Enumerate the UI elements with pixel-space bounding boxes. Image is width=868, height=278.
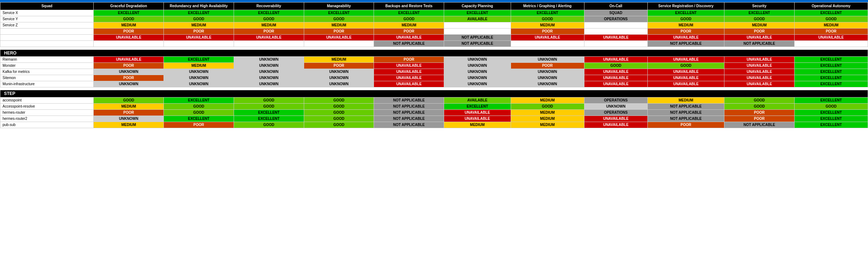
status-cell: GOOD [724, 16, 795, 22]
status-cell: UNAVAILABLE [647, 81, 724, 87]
status-cell: MEDIUM [94, 103, 164, 109]
status-cell: UNAVAILABLE [724, 69, 795, 75]
status-cell: MEDIUM [511, 122, 584, 128]
status-cell [511, 41, 584, 47]
status-cell: NOT APPLICABLE [724, 122, 795, 128]
status-cell: EXCELLENT [794, 57, 868, 63]
col-metrics: Metrics / Graphing / Alerting [511, 3, 584, 10]
squad-cell: Munin-infrastructure [0, 81, 94, 87]
status-cell: UNAVAILABLE [724, 57, 795, 63]
status-cell: UNKNOWN [234, 75, 304, 81]
status-cell: EXCELLENT [794, 97, 868, 103]
status-cell: UNKNOWN [444, 81, 511, 87]
status-cell: EXCELLENT [444, 10, 511, 16]
status-cell: POOR [164, 29, 234, 35]
status-cell: UNAVAILABLE [94, 35, 164, 41]
status-cell: UNKNOWN [234, 69, 304, 75]
status-cell: MEDIUM [304, 57, 374, 63]
status-cell: NOT APPLICABLE [374, 41, 444, 47]
status-cell: GOOD [647, 63, 724, 69]
squad-cell: pub-sub [0, 122, 94, 128]
status-cell: UNKNOWN [444, 69, 511, 75]
status-cell [234, 41, 304, 47]
status-cell: MEDIUM [511, 22, 584, 29]
squad-cell: Service Z [0, 22, 94, 29]
status-cell: UNAVAILABLE [724, 81, 795, 87]
status-cell: UNAVAILABLE [724, 63, 795, 69]
status-cell: EXCELLENT [164, 10, 234, 16]
status-cell: MEDIUM [794, 22, 868, 29]
squad-cell: hermes-router2 [0, 116, 94, 122]
status-cell: POOR [164, 122, 234, 128]
status-cell: GOOD [234, 16, 304, 22]
status-cell: GOOD [304, 16, 374, 22]
table-row: accesspointGOODEXCELLENTGOODGOODNOT APPL… [0, 97, 868, 103]
table-row: Munin-infrastructureUNKNOWNUNKNOWNUNKNOW… [0, 81, 868, 87]
status-cell: NOT APPLICABLE [647, 116, 724, 122]
status-cell: GOOD [794, 16, 868, 22]
squad-cell: Service X [0, 10, 94, 16]
squad-cell [0, 41, 94, 47]
status-cell: NOT APPLICABLE [647, 109, 724, 116]
status-cell: GOOD [94, 16, 164, 22]
status-cell: MEDIUM [234, 22, 304, 29]
status-cell: NOT APPLICABLE [374, 97, 444, 103]
table-row: UNAVAILABLEUNAVAILABLEUNAVAILABLEUNAVAIL… [0, 35, 868, 41]
status-cell: UNAVAILABLE [584, 69, 647, 75]
status-cell: POOR [511, 63, 584, 69]
status-cell: MEDIUM [94, 122, 164, 128]
status-cell: UNAVAILABLE [584, 116, 647, 122]
status-cell: EXCELLENT [724, 10, 795, 16]
status-cell: EXCELLENT [794, 109, 868, 116]
table-row: Accesspoint-resolveMEDIUMGOODGOODGOODNOT… [0, 103, 868, 109]
status-cell: OPERATIONS [584, 97, 647, 103]
status-cell: EXCELLENT [794, 122, 868, 128]
status-cell: POOR [94, 75, 164, 81]
status-cell: GOOD [304, 103, 374, 109]
status-cell: EXCELLENT [794, 81, 868, 87]
status-cell: UNAVAILABLE [444, 116, 511, 122]
table-row: hermes-router2UNKNOWNEXCELLENTEXCELLENTG… [0, 116, 868, 122]
status-cell: GOOD [794, 103, 868, 109]
squad-cell: Monster [0, 63, 94, 69]
empty-row [0, 87, 868, 90]
status-cell: MEDIUM [374, 22, 444, 29]
status-cell: NOT APPLICABLE [647, 41, 724, 47]
col-service-reg: Service Registration / Discovery [647, 3, 724, 10]
status-cell: UNKNOWN [511, 75, 584, 81]
status-cell: UNKNOWN [94, 81, 164, 87]
status-cell: EXCELLENT [164, 97, 234, 103]
table-row: pub-subMEDIUMPOORGOODGOODNOT APPLICABLEM… [0, 122, 868, 128]
status-cell: UNKNOWN [511, 69, 584, 75]
status-cell: EXCELLENT [164, 57, 234, 63]
status-cell: MEDIUM [94, 22, 164, 29]
status-cell: GOOD [511, 16, 584, 22]
table-row: Kafka for metricsUNKNOWNUNKNOWNUNKNOWNUN… [0, 69, 868, 75]
status-cell: UNAVAILABLE [584, 57, 647, 63]
status-cell: UNKNOWN [94, 116, 164, 122]
status-cell: POOR [304, 29, 374, 35]
status-cell: POOR [304, 63, 374, 69]
status-cell: GOOD [234, 97, 304, 103]
status-cell: MEDIUM [647, 97, 724, 103]
status-cell: GOOD [234, 103, 304, 109]
status-cell: MEDIUM [304, 22, 374, 29]
table-row: POORPOORPOORPOORPOORPOORPOORPOORPOOR [0, 29, 868, 35]
status-cell: GOOD [234, 122, 304, 128]
table-row: Service ZMEDIUMMEDIUMMEDIUMMEDIUMMEDIUMM… [0, 22, 868, 29]
status-cell: GOOD [724, 97, 795, 103]
table-row: RiemannUNAVAILABLEEXCELLENTUNKNOWNMEDIUM… [0, 57, 868, 63]
status-cell: GOOD [164, 109, 234, 116]
table-row: SitemonPOORUNKNOWNUNKNOWNUNKNOWNUNAVAILA… [0, 75, 868, 81]
status-cell: EXCELLENT [794, 69, 868, 75]
status-cell: NOT APPLICABLE [444, 41, 511, 47]
table-row: Service XEXCELLENTEXCELLENTEXCELLENTEXCE… [0, 10, 868, 16]
status-cell: UNKNOWN [234, 81, 304, 87]
status-cell: UNKNOWN [511, 81, 584, 87]
status-cell: NOT APPLICABLE [647, 103, 724, 109]
status-cell: UNAVAILABLE [374, 63, 444, 69]
squad-cell [0, 29, 94, 35]
status-cell [584, 29, 647, 35]
status-cell [304, 41, 374, 47]
header-row: Squad Graceful Degradation Redundancy an… [0, 3, 868, 10]
